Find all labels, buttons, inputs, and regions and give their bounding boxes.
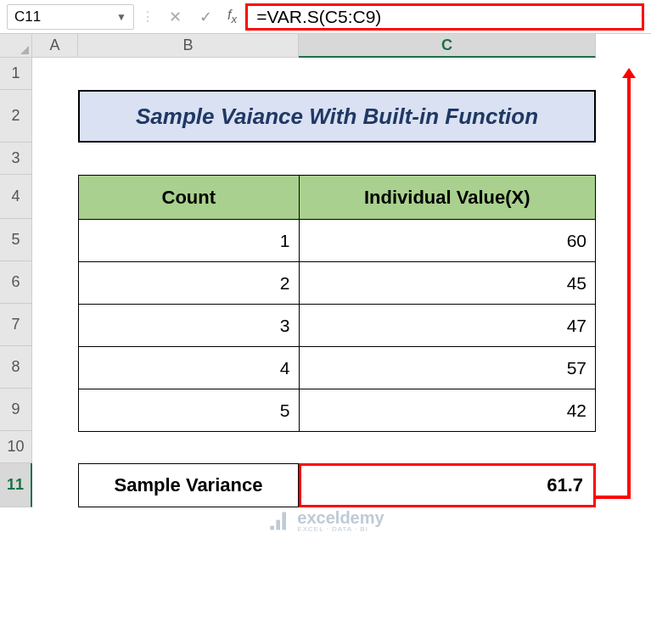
- watermark-tagline: EXCEL · DATA · BI: [297, 526, 384, 533]
- column-header-B[interactable]: B: [78, 34, 299, 58]
- cell-value[interactable]: 57: [299, 347, 595, 389]
- select-all-corner[interactable]: [0, 34, 32, 58]
- cell-value[interactable]: 60: [299, 220, 595, 262]
- watermark: exceldemy EXCEL · DATA · BI: [267, 509, 384, 533]
- result-label[interactable]: Sample Variance: [78, 463, 299, 507]
- annotation-arrow-connector: [595, 496, 631, 499]
- annotation-arrow: [627, 71, 631, 497]
- cell-count[interactable]: 5: [79, 389, 300, 432]
- column-header-C[interactable]: C: [299, 34, 596, 58]
- cell-value[interactable]: 42: [299, 389, 595, 432]
- separator: ⋮: [141, 8, 154, 25]
- cell-count[interactable]: 2: [79, 262, 300, 305]
- row-header-7[interactable]: 7: [0, 304, 32, 346]
- row-header-6[interactable]: 6: [0, 261, 32, 304]
- formula-input[interactable]: =VAR.S(C5:C9): [245, 3, 644, 31]
- row-header-2[interactable]: 2: [0, 90, 32, 143]
- table-row: 1 60: [79, 220, 596, 262]
- result-value[interactable]: 61.7: [299, 463, 596, 507]
- header-count[interactable]: Count: [79, 176, 300, 220]
- chevron-down-icon: ▼: [116, 11, 126, 23]
- table-row: 4 57: [79, 347, 596, 389]
- title-cell[interactable]: Sample Vaiance With Built-in Function: [78, 90, 596, 143]
- watermark-logo-icon: [267, 509, 290, 533]
- table-row: 2 45: [79, 262, 596, 305]
- watermark-text: exceldemy EXCEL · DATA · BI: [297, 509, 384, 533]
- name-box[interactable]: C11 ▼: [7, 4, 134, 30]
- cell-count[interactable]: 3: [79, 305, 300, 347]
- row-header-10[interactable]: 10: [0, 431, 32, 463]
- cell-value[interactable]: 45: [299, 262, 595, 305]
- row-header-3[interactable]: 3: [0, 143, 32, 175]
- table-header-row: Count Individual Value(X): [79, 176, 596, 220]
- data-table: Count Individual Value(X) 1 60 2 45 3 47: [78, 175, 596, 432]
- check-icon[interactable]: ✓: [192, 4, 219, 30]
- row-header-4[interactable]: 4: [0, 175, 32, 219]
- row-header-8[interactable]: 8: [0, 346, 32, 389]
- table-row: 5 42: [79, 389, 596, 432]
- formula-bar: C11 ▼ ⋮ ✕ ✓ fx =VAR.S(C5:C9): [0, 0, 651, 34]
- row-headers: 1 2 3 4 5 6 7 8 9 10 11: [0, 58, 32, 507]
- fx-icon[interactable]: fx: [227, 8, 237, 25]
- column-headers: A B C: [32, 34, 651, 58]
- formula-text: =VAR.S(C5:C9): [256, 7, 381, 27]
- row-header-5[interactable]: 5: [0, 219, 32, 261]
- name-box-value: C11: [14, 8, 41, 25]
- row-header-11[interactable]: 11: [0, 463, 32, 507]
- cell-count[interactable]: 4: [79, 347, 300, 389]
- row-header-9[interactable]: 9: [0, 389, 32, 431]
- column-header-A[interactable]: A: [32, 34, 78, 58]
- header-value[interactable]: Individual Value(X): [299, 176, 595, 220]
- spreadsheet-area: A B C 1 2 3 4 5 6 7 8 9 10 11 Sample Vai…: [0, 34, 651, 58]
- table-row: 3 47: [79, 305, 596, 347]
- cancel-icon[interactable]: ✕: [161, 4, 188, 30]
- watermark-name: exceldemy: [297, 509, 384, 526]
- cell-count[interactable]: 1: [79, 220, 300, 262]
- result-row: Sample Variance 61.7: [78, 463, 596, 507]
- cell-value[interactable]: 47: [299, 305, 595, 347]
- row-header-1[interactable]: 1: [0, 58, 32, 90]
